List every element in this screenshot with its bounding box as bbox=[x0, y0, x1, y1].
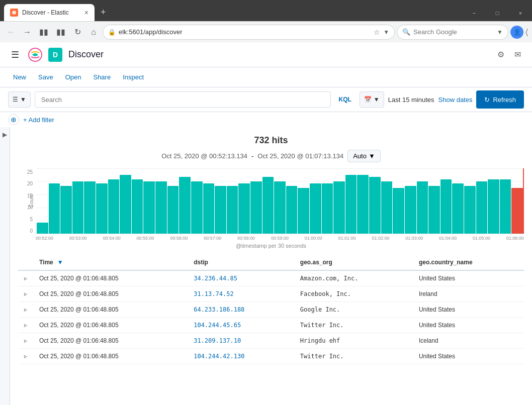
bar-33[interactable] bbox=[428, 186, 440, 234]
bar-17[interactable] bbox=[238, 183, 250, 234]
discover-avatar: D bbox=[48, 48, 62, 62]
bar-40[interactable] bbox=[511, 188, 523, 234]
bar-16[interactable] bbox=[227, 186, 238, 234]
bar-39[interactable] bbox=[500, 179, 511, 234]
bar-23[interactable] bbox=[310, 183, 321, 234]
expand-btn-5[interactable]: ▹ bbox=[24, 353, 27, 360]
filter-context-menu[interactable]: ⊕ bbox=[8, 114, 19, 125]
sidebar-toggle-icon[interactable]: 〈 bbox=[525, 28, 528, 37]
expand-btn-4[interactable]: ▹ bbox=[24, 337, 27, 344]
profile-avatar[interactable]: 👤 bbox=[510, 26, 523, 39]
back-btn[interactable]: ← bbox=[4, 25, 18, 39]
bar-22[interactable] bbox=[298, 188, 309, 234]
bar-7[interactable] bbox=[120, 175, 131, 234]
dstip-link-2[interactable]: 64.233.186.188 bbox=[194, 306, 244, 313]
bar-13[interactable] bbox=[191, 181, 203, 234]
bar-10[interactable] bbox=[155, 181, 167, 234]
expand-btn-1[interactable]: ▹ bbox=[24, 290, 27, 297]
bar-35[interactable] bbox=[452, 183, 464, 234]
bar-25[interactable] bbox=[333, 181, 345, 234]
th-geo-as-org[interactable]: geo.as_org bbox=[294, 255, 413, 270]
expand-btn-2[interactable]: ▹ bbox=[24, 306, 27, 313]
bar-3[interactable] bbox=[72, 181, 84, 234]
inspect-btn[interactable]: Inspect bbox=[118, 71, 149, 83]
forward-btn[interactable]: → bbox=[20, 25, 34, 39]
refresh-btn[interactable]: ↻ Refresh bbox=[476, 90, 524, 109]
bar-24[interactable] bbox=[322, 183, 333, 234]
minimize-btn[interactable]: − bbox=[463, 5, 486, 21]
org-cell-4: Hringdu ehf bbox=[294, 333, 413, 349]
th-geo-country[interactable]: geo.country_name bbox=[413, 255, 524, 270]
home-start-btn[interactable]: ▮▮ bbox=[36, 25, 51, 39]
dstip-link-4[interactable]: 31.209.137.10 bbox=[194, 337, 241, 344]
search-dropdown-icon[interactable]: ▼ bbox=[497, 29, 503, 36]
bar-36[interactable] bbox=[464, 186, 476, 234]
bar-28[interactable] bbox=[369, 177, 381, 234]
bar-38[interactable] bbox=[488, 179, 499, 234]
expand-btn-3[interactable]: ▹ bbox=[24, 322, 27, 329]
active-tab[interactable]: Discover - Elastic × bbox=[4, 4, 95, 21]
maximize-btn[interactable]: □ bbox=[486, 5, 509, 21]
auto-select-btn[interactable]: Auto ▼ bbox=[347, 150, 381, 162]
bar-11[interactable] bbox=[167, 186, 179, 234]
time-cell-0: Oct 25, 2020 @ 01:06:48.805 bbox=[33, 270, 188, 286]
bar-21[interactable] bbox=[286, 186, 298, 234]
bar-1[interactable] bbox=[49, 183, 60, 234]
bar-8[interactable] bbox=[132, 179, 143, 234]
time-cell-3: Oct 25, 2020 @ 01:06:48.805 bbox=[33, 318, 188, 333]
new-tab-btn[interactable]: + bbox=[97, 7, 110, 18]
bar-4[interactable] bbox=[84, 181, 96, 234]
bar-32[interactable] bbox=[417, 181, 428, 234]
hamburger-menu-btn[interactable]: ☰ bbox=[8, 48, 22, 62]
th-dstip[interactable]: dstip bbox=[188, 255, 294, 270]
expand-btn-0[interactable]: ▹ bbox=[24, 275, 27, 282]
time-picker-btn[interactable]: 📅 ▼ bbox=[360, 91, 384, 108]
bar-5[interactable] bbox=[96, 183, 108, 234]
dstip-link-1[interactable]: 31.13.74.52 bbox=[194, 290, 233, 297]
kql-btn[interactable]: KQL bbox=[335, 94, 356, 105]
bar-12[interactable] bbox=[179, 177, 191, 234]
address-bar[interactable]: 🔒 ☆ ▼ bbox=[103, 25, 395, 40]
bar-26[interactable] bbox=[345, 175, 357, 234]
bar-27[interactable] bbox=[357, 175, 369, 234]
bar-37[interactable] bbox=[476, 181, 488, 234]
bar-18[interactable] bbox=[250, 181, 262, 234]
home-end-btn[interactable]: ▮▮ bbox=[53, 25, 68, 39]
notifications-btn[interactable]: ✉ bbox=[511, 47, 524, 62]
bar-15[interactable] bbox=[215, 186, 226, 234]
bar-9[interactable] bbox=[143, 181, 155, 234]
show-dates-link[interactable]: Show dates bbox=[438, 96, 473, 104]
bar-6[interactable] bbox=[108, 179, 120, 234]
search-input[interactable] bbox=[413, 28, 494, 36]
add-filter-btn[interactable]: + Add filter bbox=[23, 116, 54, 124]
index-pattern-toggle[interactable]: ☰ ▼ bbox=[8, 91, 31, 108]
bar-14[interactable] bbox=[203, 183, 215, 234]
bar-30[interactable] bbox=[393, 188, 404, 234]
tab-close-btn[interactable]: × bbox=[84, 9, 88, 17]
bookmark-icon[interactable]: ☆ bbox=[374, 28, 380, 36]
address-input[interactable] bbox=[119, 28, 371, 36]
new-btn[interactable]: New bbox=[8, 71, 31, 83]
dstip-link-3[interactable]: 104.244.45.65 bbox=[194, 322, 241, 329]
bar-34[interactable] bbox=[440, 179, 452, 234]
search-bar[interactable]: 🔍 ▼ bbox=[397, 25, 508, 40]
close-btn[interactable]: × bbox=[509, 5, 532, 21]
dstip-link-5[interactable]: 104.244.42.130 bbox=[194, 353, 244, 360]
reload-btn[interactable]: ↻ bbox=[70, 25, 84, 39]
bar-29[interactable] bbox=[381, 181, 393, 234]
th-time[interactable]: Time ▼ bbox=[33, 255, 188, 270]
home-btn[interactable]: ⌂ bbox=[86, 25, 101, 39]
dstip-link-0[interactable]: 34.236.44.85 bbox=[194, 275, 237, 282]
sidebar-toggle[interactable]: ▶ bbox=[0, 127, 10, 405]
save-btn[interactable]: Save bbox=[33, 71, 58, 83]
bar-0[interactable] bbox=[37, 223, 48, 234]
bar-31[interactable] bbox=[405, 186, 416, 234]
dropdown-icon[interactable]: ▼ bbox=[383, 29, 389, 36]
settings-btn[interactable]: ⚙ bbox=[494, 47, 507, 62]
bar-20[interactable] bbox=[274, 181, 286, 234]
open-btn[interactable]: Open bbox=[60, 71, 86, 83]
bar-19[interactable] bbox=[262, 177, 274, 234]
search-box[interactable] bbox=[35, 91, 331, 108]
share-btn[interactable]: Share bbox=[88, 71, 116, 83]
bar-2[interactable] bbox=[60, 186, 72, 234]
